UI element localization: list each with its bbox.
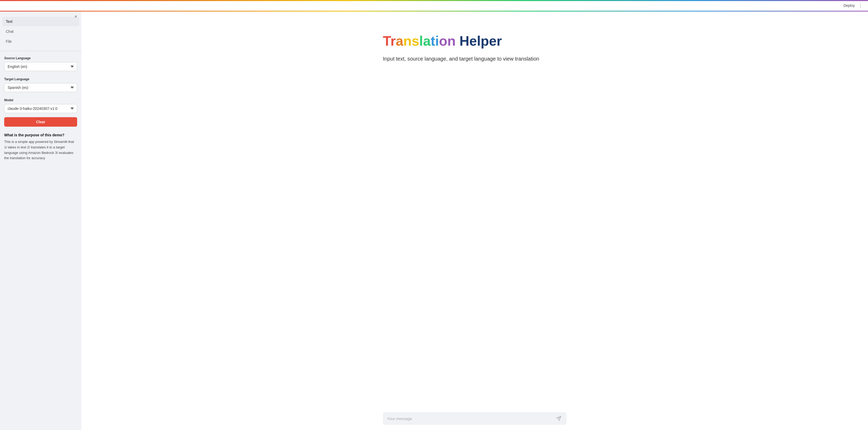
title-i: i — [435, 33, 439, 48]
title-o: o — [439, 33, 447, 48]
chat-input-wrapper — [383, 412, 566, 425]
title-n2: n — [447, 33, 456, 48]
model-section: Model claude-3-haiku-20240307-v1:0 claud… — [0, 95, 81, 116]
title-helper: Helper — [460, 33, 502, 48]
main-body: Translation Helper Input text, source la… — [81, 12, 868, 430]
source-language-select[interactable]: English (en) Spanish (es) French (fr) Ge… — [4, 62, 77, 71]
deploy-button[interactable]: Deploy — [843, 3, 855, 8]
target-language-section: Target Language Spanish (es) English (en… — [0, 74, 81, 95]
top-bar: Deploy ⋮ — [0, 0, 868, 11]
chat-input-area — [81, 412, 868, 425]
app-layout: × Text Chat File Source Language English… — [0, 0, 868, 430]
sidebar-divider-1 — [0, 51, 81, 51]
sidebar-info-text: This is a simple app powered by Streamli… — [4, 139, 77, 161]
title-a2: a — [423, 33, 431, 48]
title-s: s — [412, 33, 419, 48]
top-bar-right: Deploy ⋮ — [843, 3, 863, 8]
target-language-select[interactable]: Spanish (es) English (en) French (fr) Ge… — [4, 83, 77, 92]
send-icon — [556, 416, 561, 421]
title-r: r — [391, 33, 396, 48]
source-language-section: Source Language English (en) Spanish (es… — [0, 53, 81, 74]
title-T: T — [383, 33, 391, 48]
chat-input[interactable] — [387, 417, 553, 421]
sidebar-item-chat[interactable]: Chat — [2, 27, 79, 36]
gradient-bar — [0, 0, 868, 1]
title-l: l — [419, 33, 423, 48]
title-a: a — [396, 33, 403, 48]
source-language-label: Source Language — [4, 56, 77, 60]
title-container: Translation Helper Input text, source la… — [383, 34, 566, 63]
sidebar-nav: Text Chat File — [0, 12, 81, 49]
sidebar: × Text Chat File Source Language English… — [0, 1, 81, 430]
app-subtitle: Input text, source language, and target … — [383, 55, 553, 63]
more-icon[interactable]: ⋮ — [858, 3, 863, 8]
sidebar-item-text[interactable]: Text — [2, 17, 79, 26]
title-t: t — [431, 33, 435, 48]
sidebar-item-file[interactable]: File — [2, 37, 79, 46]
sidebar-info-title: What is the purpose of this demo? — [4, 133, 77, 137]
app-title: Translation Helper — [383, 34, 566, 48]
send-button[interactable] — [555, 415, 562, 422]
sidebar-info: What is the purpose of this demo? This i… — [0, 131, 81, 165]
title-n: n — [403, 33, 412, 48]
target-language-label: Target Language — [4, 77, 77, 81]
main-content: Translation Helper Input text, source la… — [81, 1, 868, 430]
sidebar-close-button[interactable]: × — [74, 14, 77, 19]
model-label: Model — [4, 98, 77, 102]
model-select[interactable]: claude-3-haiku-20240307-v1:0 claude-3-so… — [4, 104, 77, 113]
clear-button[interactable]: Clear — [4, 117, 77, 127]
